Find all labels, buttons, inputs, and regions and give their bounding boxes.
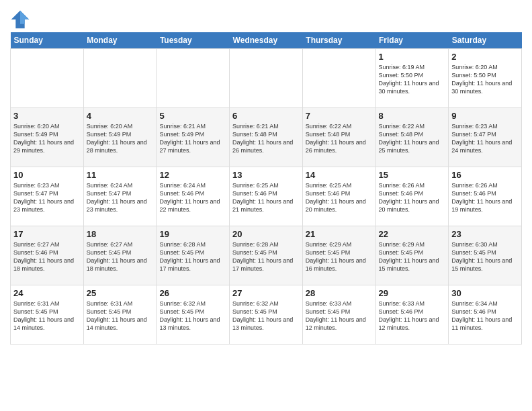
day-info: Sunrise: 6:24 AM Sunset: 5:46 PM Dayligh… <box>159 181 226 214</box>
day-cell: 29Sunrise: 6:33 AM Sunset: 5:46 PM Dayli… <box>375 285 449 345</box>
day-number: 28 <box>306 288 373 298</box>
day-info: Sunrise: 6:27 AM Sunset: 5:46 PM Dayligh… <box>13 240 81 273</box>
day-number: 8 <box>379 111 446 121</box>
day-info: Sunrise: 6:27 AM Sunset: 5:45 PM Dayligh… <box>87 240 154 273</box>
week-row-1: 1Sunrise: 6:19 AM Sunset: 5:50 PM Daylig… <box>11 49 522 108</box>
calendar-table: SundayMondayTuesdayWednesdayThursdayFrid… <box>10 32 522 345</box>
page-container: SundayMondayTuesdayWednesdayThursdayFrid… <box>0 0 532 348</box>
col-header-sunday: Sunday <box>11 32 84 49</box>
day-info: Sunrise: 6:22 AM Sunset: 5:48 PM Dayligh… <box>306 122 373 155</box>
day-info: Sunrise: 6:20 AM Sunset: 5:49 PM Dayligh… <box>87 122 154 155</box>
day-cell: 10Sunrise: 6:23 AM Sunset: 5:47 PM Dayli… <box>11 167 84 226</box>
day-cell: 11Sunrise: 6:24 AM Sunset: 5:47 PM Dayli… <box>83 167 157 226</box>
day-cell <box>302 49 375 108</box>
day-cell: 9Sunrise: 6:23 AM Sunset: 5:47 PM Daylig… <box>449 108 522 167</box>
day-info: Sunrise: 6:23 AM Sunset: 5:47 PM Dayligh… <box>451 122 519 155</box>
day-cell: 28Sunrise: 6:33 AM Sunset: 5:45 PM Dayli… <box>302 285 375 345</box>
day-info: Sunrise: 6:25 AM Sunset: 5:46 PM Dayligh… <box>232 181 300 214</box>
day-cell <box>11 49 84 108</box>
day-info: Sunrise: 6:29 AM Sunset: 5:45 PM Dayligh… <box>379 240 446 273</box>
day-info: Sunrise: 6:28 AM Sunset: 5:45 PM Dayligh… <box>159 240 226 273</box>
day-number: 29 <box>379 288 446 298</box>
day-cell: 8Sunrise: 6:22 AM Sunset: 5:48 PM Daylig… <box>375 108 449 167</box>
day-number: 4 <box>87 111 154 121</box>
day-info: Sunrise: 6:26 AM Sunset: 5:46 PM Dayligh… <box>451 181 519 214</box>
day-info: Sunrise: 6:30 AM Sunset: 5:45 PM Dayligh… <box>451 240 519 273</box>
day-number: 18 <box>87 229 154 239</box>
day-cell: 17Sunrise: 6:27 AM Sunset: 5:46 PM Dayli… <box>11 226 84 285</box>
day-info: Sunrise: 6:34 AM Sunset: 5:46 PM Dayligh… <box>451 300 519 332</box>
day-cell: 25Sunrise: 6:31 AM Sunset: 5:45 PM Dayli… <box>83 285 157 345</box>
day-cell <box>157 49 230 108</box>
day-number: 25 <box>87 288 154 298</box>
day-number: 12 <box>159 170 226 180</box>
day-cell: 21Sunrise: 6:29 AM Sunset: 5:45 PM Dayli… <box>302 226 375 285</box>
day-info: Sunrise: 6:19 AM Sunset: 5:50 PM Dayligh… <box>379 63 446 96</box>
logo <box>10 9 33 30</box>
week-row-5: 24Sunrise: 6:31 AM Sunset: 5:45 PM Dayli… <box>11 285 522 345</box>
day-cell: 4Sunrise: 6:20 AM Sunset: 5:49 PM Daylig… <box>83 108 157 167</box>
day-info: Sunrise: 6:32 AM Sunset: 5:45 PM Dayligh… <box>159 300 226 332</box>
day-number: 11 <box>87 170 154 180</box>
logo-icon <box>10 9 30 30</box>
day-info: Sunrise: 6:21 AM Sunset: 5:48 PM Dayligh… <box>232 122 300 155</box>
col-header-friday: Friday <box>375 32 449 49</box>
day-info: Sunrise: 6:31 AM Sunset: 5:45 PM Dayligh… <box>13 300 81 332</box>
day-number: 13 <box>232 170 300 180</box>
day-info: Sunrise: 6:24 AM Sunset: 5:47 PM Dayligh… <box>87 181 154 214</box>
day-number: 5 <box>159 111 226 121</box>
col-header-wednesday: Wednesday <box>230 32 303 49</box>
day-info: Sunrise: 6:33 AM Sunset: 5:46 PM Dayligh… <box>379 300 446 332</box>
col-header-saturday: Saturday <box>449 32 522 49</box>
day-cell: 15Sunrise: 6:26 AM Sunset: 5:46 PM Dayli… <box>375 167 449 226</box>
week-row-4: 17Sunrise: 6:27 AM Sunset: 5:46 PM Dayli… <box>11 226 522 285</box>
day-number: 16 <box>451 170 519 180</box>
day-number: 22 <box>379 229 446 239</box>
day-cell: 1Sunrise: 6:19 AM Sunset: 5:50 PM Daylig… <box>375 49 449 108</box>
day-number: 10 <box>13 170 81 180</box>
col-header-tuesday: Tuesday <box>157 32 230 49</box>
day-info: Sunrise: 6:31 AM Sunset: 5:45 PM Dayligh… <box>87 300 154 332</box>
col-header-monday: Monday <box>83 32 157 49</box>
week-row-2: 3Sunrise: 6:20 AM Sunset: 5:49 PM Daylig… <box>11 108 522 167</box>
day-info: Sunrise: 6:21 AM Sunset: 5:49 PM Dayligh… <box>159 122 226 155</box>
day-number: 14 <box>306 170 373 180</box>
day-cell: 3Sunrise: 6:20 AM Sunset: 5:49 PM Daylig… <box>11 108 84 167</box>
day-cell: 5Sunrise: 6:21 AM Sunset: 5:49 PM Daylig… <box>157 108 230 167</box>
week-row-3: 10Sunrise: 6:23 AM Sunset: 5:47 PM Dayli… <box>11 167 522 226</box>
day-cell: 22Sunrise: 6:29 AM Sunset: 5:45 PM Dayli… <box>375 226 449 285</box>
day-cell: 27Sunrise: 6:32 AM Sunset: 5:45 PM Dayli… <box>230 285 303 345</box>
day-number: 9 <box>451 111 519 121</box>
col-header-thursday: Thursday <box>302 32 375 49</box>
day-number: 7 <box>306 111 373 121</box>
day-number: 21 <box>306 229 373 239</box>
day-number: 19 <box>159 229 226 239</box>
day-number: 15 <box>379 170 446 180</box>
day-info: Sunrise: 6:22 AM Sunset: 5:48 PM Dayligh… <box>379 122 446 155</box>
day-number: 27 <box>232 288 300 298</box>
day-cell: 14Sunrise: 6:25 AM Sunset: 5:46 PM Dayli… <box>302 167 375 226</box>
day-cell: 20Sunrise: 6:28 AM Sunset: 5:45 PM Dayli… <box>230 226 303 285</box>
day-cell: 19Sunrise: 6:28 AM Sunset: 5:45 PM Dayli… <box>157 226 230 285</box>
header-row <box>10 7 522 30</box>
day-cell: 13Sunrise: 6:25 AM Sunset: 5:46 PM Dayli… <box>230 167 303 226</box>
day-number: 3 <box>13 111 81 121</box>
calendar-header-row: SundayMondayTuesdayWednesdayThursdayFrid… <box>11 32 522 49</box>
day-number: 24 <box>13 288 81 298</box>
day-info: Sunrise: 6:25 AM Sunset: 5:46 PM Dayligh… <box>306 181 373 214</box>
day-info: Sunrise: 6:33 AM Sunset: 5:45 PM Dayligh… <box>306 300 373 332</box>
day-cell: 16Sunrise: 6:26 AM Sunset: 5:46 PM Dayli… <box>449 167 522 226</box>
day-cell: 23Sunrise: 6:30 AM Sunset: 5:45 PM Dayli… <box>449 226 522 285</box>
day-info: Sunrise: 6:28 AM Sunset: 5:45 PM Dayligh… <box>232 240 300 273</box>
day-info: Sunrise: 6:20 AM Sunset: 5:50 PM Dayligh… <box>451 63 519 96</box>
day-cell: 6Sunrise: 6:21 AM Sunset: 5:48 PM Daylig… <box>230 108 303 167</box>
svg-marker-1 <box>20 11 29 24</box>
day-number: 2 <box>451 52 519 62</box>
day-number: 17 <box>13 229 81 239</box>
day-cell: 18Sunrise: 6:27 AM Sunset: 5:45 PM Dayli… <box>83 226 157 285</box>
day-number: 30 <box>451 288 519 298</box>
day-number: 1 <box>379 52 446 62</box>
day-info: Sunrise: 6:23 AM Sunset: 5:47 PM Dayligh… <box>13 181 81 214</box>
day-number: 26 <box>159 288 226 298</box>
day-cell: 2Sunrise: 6:20 AM Sunset: 5:50 PM Daylig… <box>449 49 522 108</box>
